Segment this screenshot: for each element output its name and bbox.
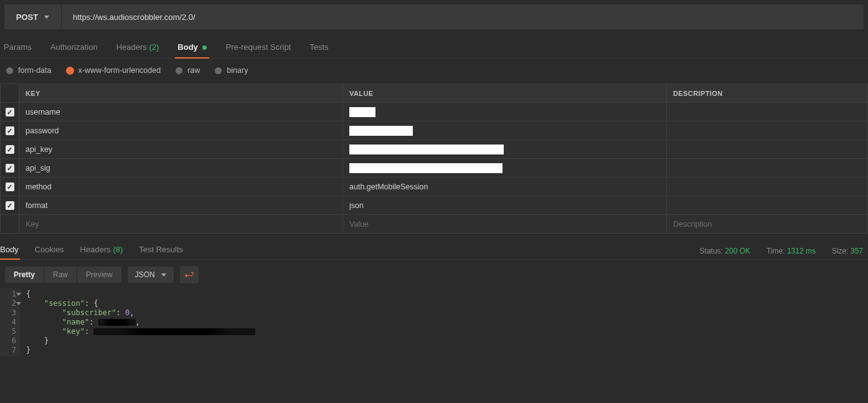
redacted-value: [349, 145, 504, 154]
row-key-cell[interactable]: method: [19, 178, 343, 196]
body-kv-table: KEY VALUE DESCRIPTION ✓username✓password…: [0, 83, 868, 234]
view-preview-button[interactable]: Preview: [77, 267, 121, 283]
checkbox-icon: ✓: [6, 126, 14, 135]
chevron-down-icon: [161, 273, 166, 277]
row-desc-cell[interactable]: [667, 196, 868, 215]
row-key-cell[interactable]: api_key: [19, 140, 343, 159]
response-toolbar: Pretty Raw Preview JSON ⮐: [0, 260, 868, 288]
body-type-selector: form-data x-www-form-urlencoded raw bina…: [0, 59, 868, 83]
table-row: ✓api_key: [1, 140, 868, 159]
row-key-cell[interactable]: Key: [19, 215, 343, 234]
time-block: Time: 1312 ms: [767, 247, 816, 255]
row-checkbox-cell[interactable]: ✓: [1, 121, 19, 140]
view-raw-button[interactable]: Raw: [44, 267, 77, 283]
radio-binary[interactable]: binary: [215, 66, 248, 75]
radio-label: raw: [187, 66, 200, 75]
resp-tab-body[interactable]: Body: [0, 245, 19, 259]
row-desc-cell[interactable]: [667, 103, 868, 121]
redacted-value: [349, 107, 375, 117]
response-tabs: Body Cookies Headers (8) Test Results: [0, 245, 183, 259]
checkbox-icon: ✓: [6, 201, 14, 210]
row-checkbox-cell[interactable]: ✓: [1, 103, 19, 121]
row-value-cell[interactable]: Value: [343, 215, 667, 234]
row-value-cell[interactable]: [343, 121, 667, 140]
radio-icon: [6, 67, 13, 74]
radio-form-data[interactable]: form-data: [6, 66, 52, 75]
response-row: Body Cookies Headers (8) Test Results St…: [0, 239, 868, 260]
checkbox-icon: ✓: [6, 164, 14, 173]
row-desc-cell[interactable]: [667, 178, 868, 196]
radio-icon: [176, 67, 182, 74]
row-desc-cell[interactable]: [667, 140, 868, 159]
row-key-cell[interactable]: format: [19, 196, 343, 215]
language-select[interactable]: JSON: [128, 267, 174, 283]
redacted-value: [349, 126, 413, 136]
row-desc-cell[interactable]: [667, 159, 868, 178]
row-checkbox-cell[interactable]: [1, 215, 19, 234]
col-desc: DESCRIPTION: [667, 84, 868, 103]
row-key-cell[interactable]: username: [19, 103, 343, 121]
radio-raw[interactable]: raw: [176, 66, 200, 75]
radio-icon: [67, 67, 73, 74]
tab-body-label: Body: [177, 42, 198, 52]
resp-headers-count: (8): [113, 245, 123, 254]
radio-icon: [215, 67, 222, 74]
row-desc-cell[interactable]: Description: [667, 215, 868, 234]
table-row: ✓formatjson: [1, 196, 868, 215]
tab-headers[interactable]: Headers (2): [116, 42, 159, 58]
status-block: Status: 200 OK: [700, 247, 750, 255]
table-row: ✓password: [1, 121, 868, 140]
request-bar: POST https://ws.audioscrobbler.com/2.0/: [4, 4, 864, 30]
tab-prerequest[interactable]: Pre-request Script: [225, 42, 291, 58]
wrap-lines-icon: ⮐: [184, 269, 194, 280]
resp-tab-cookies[interactable]: Cookies: [35, 245, 64, 259]
col-check: [1, 84, 19, 103]
line-gutter: 1 2 3 4 5 6 7: [0, 288, 20, 356]
time-label: Time:: [767, 247, 785, 255]
status-value: 200 OK: [725, 247, 750, 255]
response-code: { "session": { "subscriber": 0, "name": …: [20, 288, 868, 356]
tab-params[interactable]: Params: [4, 42, 32, 58]
row-value-cell[interactable]: auth.getMobileSession: [343, 178, 667, 196]
row-checkbox-cell[interactable]: ✓: [1, 159, 19, 178]
row-checkbox-cell[interactable]: ✓: [1, 140, 19, 159]
redacted-value: [349, 163, 502, 173]
checkbox-icon: ✓: [6, 145, 14, 154]
view-pretty-button[interactable]: Pretty: [5, 267, 44, 283]
row-checkbox-cell[interactable]: ✓: [1, 196, 19, 215]
radio-label: x-www-form-urlencoded: [78, 66, 161, 75]
time-value: 1312 ms: [787, 247, 816, 255]
table-row: ✓api_sig: [1, 159, 868, 178]
url-value: https://ws.audioscrobbler.com/2.0/: [73, 12, 196, 22]
resp-tab-headers-label: Headers: [80, 245, 111, 254]
col-value: VALUE: [343, 84, 667, 103]
http-method-label: POST: [16, 12, 38, 22]
request-tabs: Params Authorization Headers (2) Body Pr…: [0, 30, 868, 59]
row-value-cell[interactable]: [343, 140, 667, 159]
url-input[interactable]: https://ws.audioscrobbler.com/2.0/: [62, 4, 864, 29]
row-checkbox-cell[interactable]: ✓: [1, 178, 19, 196]
tab-tests[interactable]: Tests: [309, 42, 328, 58]
tab-body[interactable]: Body: [177, 42, 207, 58]
resp-tab-tests[interactable]: Test Results: [139, 245, 183, 259]
checkbox-icon: ✓: [6, 108, 14, 116]
table-row: ✓methodauth.getMobileSession: [1, 178, 868, 196]
http-method-select[interactable]: POST: [4, 4, 62, 29]
row-key-cell[interactable]: password: [19, 121, 343, 140]
resp-tab-headers[interactable]: Headers (8): [80, 245, 123, 259]
chevron-down-icon: [44, 16, 49, 19]
size-value: 357: [851, 247, 863, 255]
radio-label: form-data: [18, 66, 52, 75]
headers-count: (2): [149, 42, 159, 52]
row-key-cell[interactable]: api_sig: [19, 159, 343, 178]
table-row-new: KeyValueDescription: [1, 215, 868, 234]
radio-urlencoded[interactable]: x-www-form-urlencoded: [67, 66, 161, 75]
row-value-cell[interactable]: [343, 103, 667, 121]
row-desc-cell[interactable]: [667, 121, 868, 140]
row-value-cell[interactable]: [343, 159, 667, 178]
row-value-cell[interactable]: json: [343, 196, 667, 215]
view-mode-segment: Pretty Raw Preview: [5, 267, 121, 283]
wrap-lines-button[interactable]: ⮐: [180, 266, 199, 283]
tab-authorization[interactable]: Authorization: [50, 42, 98, 58]
response-body-viewer[interactable]: 1 2 3 4 5 6 7 { "session": { "subscriber…: [0, 288, 868, 356]
